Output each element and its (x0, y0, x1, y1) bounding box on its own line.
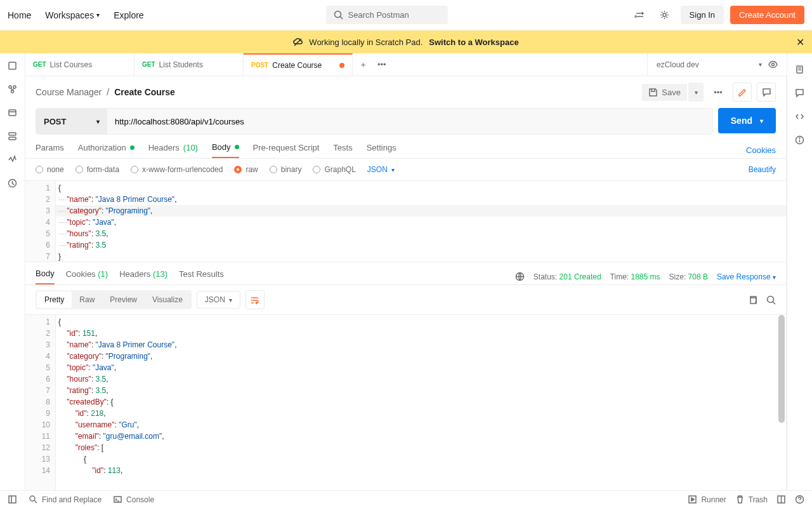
view-pretty[interactable]: Pretty (37, 291, 72, 308)
settings-icon[interactable] (655, 6, 674, 25)
tab-create-course[interactable]: POSTCreate Course (244, 53, 353, 76)
svg-line-1 (340, 17, 343, 19)
method-select[interactable]: POST▾ (36, 109, 107, 134)
tab-params[interactable]: Params (36, 143, 64, 157)
resp-tab-body[interactable]: Body (36, 269, 55, 284)
apis-icon[interactable] (8, 84, 17, 94)
svg-point-26 (30, 496, 35, 501)
radio-binary[interactable]: binary (270, 165, 302, 174)
view-visualize[interactable]: Visualize (145, 291, 190, 308)
comment-icon[interactable] (757, 83, 776, 102)
mock-servers-icon[interactable] (8, 131, 17, 141)
radio-raw[interactable]: raw (234, 165, 258, 174)
svg-rect-11 (9, 137, 16, 140)
eye-icon[interactable] (768, 60, 778, 69)
close-icon[interactable]: ✕ (796, 36, 804, 48)
save-icon (648, 88, 658, 97)
resp-tab-tests[interactable]: Test Results (179, 269, 224, 284)
sync-icon[interactable] (630, 6, 649, 25)
edit-icon[interactable] (733, 83, 752, 102)
url-input[interactable] (107, 109, 712, 134)
workspaces-link[interactable]: Workspaces ▾ (45, 10, 100, 20)
tab-authorization[interactable]: Authorization (78, 143, 134, 157)
svg-line-27 (34, 500, 37, 503)
explore-link[interactable]: Explore (114, 10, 143, 20)
save-button[interactable]: Save (642, 84, 687, 101)
two-pane-icon[interactable] (776, 495, 786, 504)
code-icon[interactable] (795, 112, 804, 121)
footer: Find and Replace Console Runner Trash (0, 490, 812, 508)
tab-prerequest[interactable]: Pre-request Script (253, 143, 320, 157)
response-format-select[interactable]: JSON▾ (197, 291, 240, 309)
chevron-down-icon: ▾ (759, 61, 762, 68)
search-icon (29, 495, 38, 504)
svg-point-7 (11, 90, 14, 93)
view-raw[interactable]: Raw (72, 291, 102, 308)
breadcrumb-parent[interactable]: Course Manager (36, 87, 102, 97)
radio-graphql[interactable]: GraphQL (313, 165, 355, 174)
console-button[interactable]: Console (113, 495, 154, 504)
cloud-off-icon (293, 37, 303, 47)
console-icon (113, 495, 122, 504)
svg-line-17 (773, 302, 775, 304)
topbar: Home Workspaces ▾ Explore Search Postman… (0, 0, 812, 30)
new-tab-button[interactable]: ＋ (359, 59, 367, 70)
search-input[interactable]: Search Postman (326, 6, 448, 24)
view-preview[interactable]: Preview (102, 291, 145, 308)
body-format-select[interactable]: JSON▾ (367, 165, 395, 174)
left-rail (0, 53, 25, 490)
info-icon[interactable] (795, 135, 804, 145)
collections-icon[interactable] (8, 61, 17, 70)
tab-list-students[interactable]: GETList Students (134, 53, 244, 76)
monitors-icon[interactable] (8, 155, 17, 164)
copy-icon[interactable] (748, 295, 757, 305)
response-body-viewer[interactable]: 1234567891011121314 { "id": 151, "name":… (25, 314, 786, 490)
cookies-link[interactable]: Cookies (746, 145, 776, 155)
save-dropdown[interactable]: ▾ (688, 83, 704, 102)
scrollbar[interactable] (778, 315, 785, 423)
send-button[interactable]: Send▾ (718, 108, 776, 133)
radio-form-data[interactable]: form-data (75, 165, 119, 174)
signin-button[interactable]: Sign In (681, 6, 724, 24)
tab-options-button[interactable]: ••• (377, 60, 386, 69)
trash-icon (735, 495, 745, 504)
tab-headers[interactable]: Headers (10) (148, 143, 198, 157)
history-icon[interactable] (8, 178, 17, 188)
beautify-button[interactable]: Beautify (749, 165, 776, 174)
scratch-pad-banner: Working locally in Scratch Pad. Switch t… (0, 30, 812, 53)
resp-tab-cookies[interactable]: Cookies (1) (66, 269, 108, 284)
more-actions-button[interactable]: ••• (709, 83, 728, 102)
save-response-button[interactable]: Save Response ▾ (717, 272, 776, 281)
environments-icon[interactable] (8, 108, 17, 117)
comments-icon[interactable] (795, 88, 804, 98)
tab-list-courses[interactable]: GETList Courses (25, 53, 134, 76)
svg-rect-8 (9, 110, 16, 116)
runner-button[interactable]: Runner (688, 495, 726, 504)
tabs-row: GETList CoursesGETList StudentsPOSTCreat… (25, 53, 787, 76)
documentation-icon[interactable] (795, 65, 804, 74)
globe-icon[interactable] (515, 272, 525, 281)
create-account-button[interactable]: Create Account (730, 6, 804, 24)
sidebar-toggle[interactable] (8, 495, 17, 504)
search-icon (334, 10, 343, 20)
wrap-lines-button[interactable] (246, 290, 265, 309)
environment-selector[interactable]: ezCloud dev ▾ (647, 53, 787, 76)
svg-point-2 (663, 13, 666, 17)
help-icon[interactable] (795, 495, 804, 504)
play-icon (688, 495, 697, 504)
resp-tab-headers[interactable]: Headers (13) (119, 269, 167, 284)
svg-point-23 (799, 138, 800, 138)
request-body-editor[interactable]: 1234567 {····"name": "Java 8 Primer Cour… (25, 180, 786, 262)
tab-tests[interactable]: Tests (333, 143, 352, 157)
tab-settings[interactable]: Settings (367, 143, 396, 157)
home-link[interactable]: Home (8, 10, 31, 20)
find-replace-button[interactable]: Find and Replace (29, 495, 102, 504)
trash-button[interactable]: Trash (735, 495, 768, 504)
radio-none[interactable]: none (36, 165, 64, 174)
tab-body[interactable]: Body (212, 142, 239, 158)
radio-xwww[interactable]: x-www-form-urlencoded (131, 165, 223, 174)
search-response-icon[interactable] (766, 295, 776, 305)
time-label: Time: 1885 ms (610, 272, 660, 281)
switch-workspace-link[interactable]: Switch to a Workspace (429, 37, 518, 47)
svg-rect-4 (9, 62, 16, 69)
